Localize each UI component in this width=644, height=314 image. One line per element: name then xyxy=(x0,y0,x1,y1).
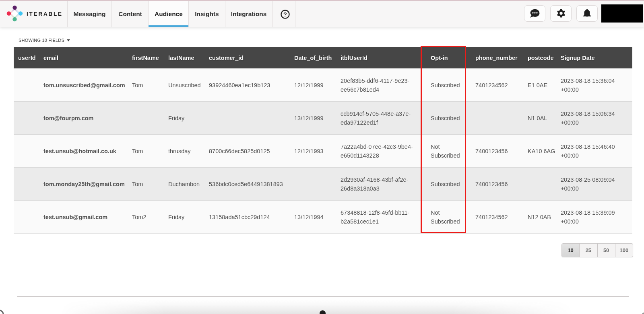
svg-text:ITERABLE: ITERABLE xyxy=(27,11,63,17)
svg-text:?: ? xyxy=(283,11,287,18)
